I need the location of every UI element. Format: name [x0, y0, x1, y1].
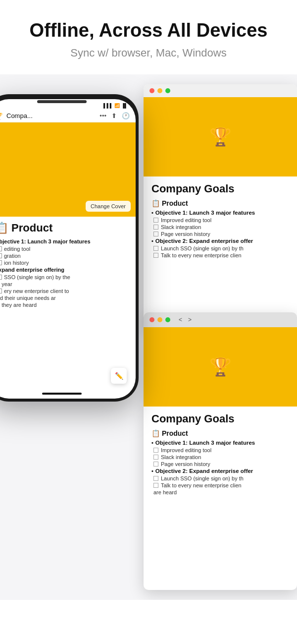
- b1-checkbox-2[interactable]: [153, 225, 158, 230]
- phone-doc-title: Compa...: [6, 112, 96, 119]
- browser2-item-2: Slack integration: [151, 454, 289, 460]
- browser2-item-3: Page version history: [151, 461, 289, 467]
- phone-list-item-3: ion history: [0, 260, 129, 266]
- signal-icon: ▌▌▌: [103, 103, 113, 108]
- browser1-page-title: Company Goals: [151, 182, 289, 195]
- browser1-cover: 🏆: [144, 97, 297, 176]
- more-icon[interactable]: •••: [99, 112, 106, 119]
- browser1-objective2: • Objective 2: Expand enterprise offer: [151, 238, 289, 244]
- b1-checkbox-4[interactable]: [153, 246, 158, 251]
- browser2-cover: 🏆: [144, 327, 297, 407]
- window-maximize-dot[interactable]: [165, 88, 170, 93]
- browser1-objective1: • Objective 1: Launch 3 major features: [151, 210, 289, 216]
- b2-checkbox-3[interactable]: [153, 462, 158, 467]
- window-minimize-dot[interactable]: [157, 88, 162, 93]
- browser2-item-1: Improved editing tool: [151, 447, 289, 453]
- phone-home-indicator: [42, 393, 82, 395]
- phone-status-icons: ▌▌▌ 📶 ▐▌: [103, 103, 128, 108]
- browser-titlebar-2: < >: [144, 312, 297, 327]
- browser1-item-5: Talk to every new enterprise clien: [151, 252, 289, 258]
- phone-list-item-5: e year: [0, 281, 129, 287]
- window2-close-dot[interactable]: [149, 317, 154, 322]
- main-title: Offline, Across All Devices: [15, 20, 282, 42]
- window2-minimize-dot[interactable]: [157, 317, 162, 322]
- browser1-item-3: Page version history: [151, 231, 289, 237]
- phone-edit-fab[interactable]: ✏️: [111, 368, 127, 384]
- phone-document-cover: Change Cover: [0, 122, 136, 217]
- phone-document-content: 📋 Product Objective 1: Launch 3 major fe…: [0, 217, 136, 314]
- phone-toolbar-actions[interactable]: ••• ⬆ 🕐: [99, 112, 130, 119]
- phone-objective2: Expand enterprise offering: [0, 267, 129, 273]
- forward-button[interactable]: >: [187, 316, 193, 323]
- browser2-page-title: Company Goals: [151, 412, 289, 425]
- checkbox-4[interactable]: [0, 275, 2, 280]
- b1-checkbox-1[interactable]: [153, 218, 158, 223]
- b2-checkbox-4[interactable]: [153, 476, 158, 481]
- checkbox-3[interactable]: [0, 260, 2, 265]
- phone-list-item-8: e they are heard: [0, 302, 129, 308]
- browser2-content: Company Goals 📋 Product • Objective 1: L…: [144, 407, 297, 502]
- phone-objective1: Objective 1: Launch 3 major features: [0, 238, 129, 244]
- b1-checkbox-5[interactable]: [153, 253, 158, 258]
- phone-screen: ▌▌▌ 📶 ▐▌ 🏆 Compa... ••• ⬆ 🕐 Change Cover: [0, 99, 136, 399]
- share-icon[interactable]: ⬆: [111, 112, 117, 119]
- browser2-section-label: 📋 Product: [151, 429, 289, 437]
- phone-list-item-1: editing tool: [0, 246, 129, 252]
- browser2-objective1: • Objective 1: Launch 3 major features: [151, 440, 289, 446]
- main-subtitle: Sync w/ browser, Mac, Windows: [15, 47, 282, 59]
- devices-showcase: ▌▌▌ 📶 ▐▌ 🏆 Compa... ••• ⬆ 🕐 Change Cover: [0, 74, 297, 600]
- browser1-content: Company Goals 📋 Product • Objective 1: L…: [144, 176, 297, 265]
- phone-list-item-4: SSO (single sign on) by the: [0, 274, 129, 280]
- edit-icon: ✏️: [115, 372, 123, 380]
- b1-checkbox-3[interactable]: [153, 232, 158, 236]
- browser-titlebar-1: [144, 84, 297, 97]
- change-cover-button[interactable]: Change Cover: [86, 201, 131, 212]
- phone-list-item-2: gration: [0, 253, 129, 259]
- phone-page-title: 📋 Product: [0, 222, 129, 234]
- phone-list-item-7: nd their unique needs ar: [0, 295, 129, 301]
- window-close-dot[interactable]: [149, 88, 154, 93]
- b2-checkbox-2[interactable]: [153, 455, 158, 460]
- browser1-item-1: Improved editing tool: [151, 217, 289, 223]
- trophy-icon-1: 🏆: [209, 126, 232, 147]
- trophy-icon-2: 🏆: [209, 356, 232, 377]
- checkbox-2[interactable]: [0, 253, 2, 258]
- browser-nav-buttons[interactable]: < >: [177, 316, 193, 323]
- browser-window-1: 🏆 Company Goals 📋 Product • Objective 1:…: [144, 84, 297, 327]
- window2-maximize-dot[interactable]: [165, 317, 170, 322]
- b2-checkbox-5[interactable]: [153, 483, 158, 488]
- history-icon[interactable]: 🕐: [122, 112, 130, 119]
- phone-notch: [37, 100, 87, 103]
- wifi-icon: 📶: [114, 103, 120, 108]
- browser2-item-4: Launch SSO (single sign on) by th: [151, 475, 289, 481]
- browser2-item-6: are heard: [151, 489, 289, 495]
- browser1-section-label: 📋 Product: [151, 199, 289, 207]
- checkbox-5[interactable]: [0, 289, 2, 293]
- phone-list-item-6: ery new enterprise client to: [0, 288, 129, 294]
- header-section: Offline, Across All Devices Sync w/ brow…: [0, 0, 297, 74]
- b2-checkbox-1[interactable]: [153, 448, 158, 453]
- browser-window-2: < > 🏆 Company Goals 📋 Product • Objectiv…: [144, 312, 297, 590]
- browser2-objective2: • Objective 2: Expand enterprise offer: [151, 468, 289, 474]
- phone-device: ▌▌▌ 📶 ▐▌ 🏆 Compa... ••• ⬆ 🕐 Change Cover: [0, 94, 139, 402]
- trophy-small-icon: 🏆: [0, 112, 2, 120]
- browser1-item-4: Launch SSO (single sign on) by th: [151, 245, 289, 251]
- checkbox-1[interactable]: [0, 246, 2, 251]
- browser2-item-5: Talk to every new enterprise clien: [151, 482, 289, 488]
- back-button[interactable]: <: [177, 316, 184, 323]
- battery-icon: ▐▌: [121, 103, 128, 108]
- browser1-item-2: Slack integration: [151, 224, 289, 230]
- phone-toolbar: 🏆 Compa... ••• ⬆ 🕐: [0, 110, 136, 122]
